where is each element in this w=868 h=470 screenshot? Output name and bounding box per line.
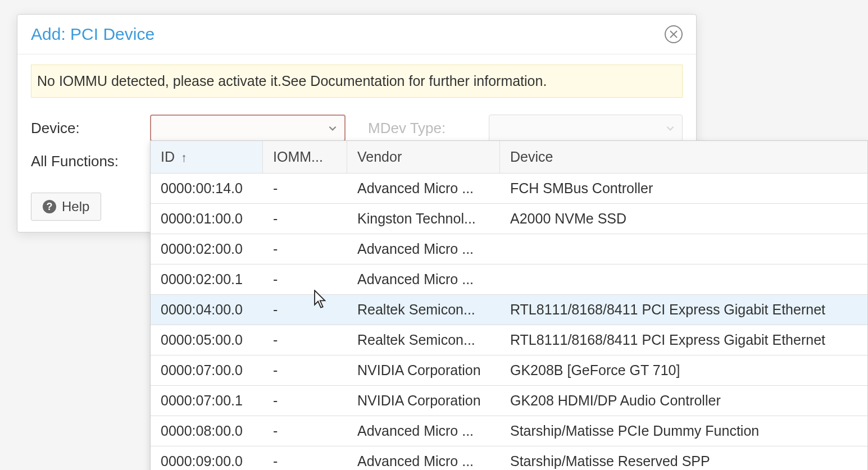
- cell-id: 0000:00:14.0: [151, 174, 263, 203]
- cell-device: Starship/Matisse Reserved SPP: [500, 446, 867, 470]
- table-row[interactable]: 0000:00:14.0-Advanced Micro ...FCH SMBus…: [151, 174, 867, 204]
- dialog-header: Add: PCI Device: [17, 15, 696, 54]
- cell-device: [500, 234, 867, 264]
- cell-id: 0000:09:00.0: [151, 446, 263, 470]
- table-row[interactable]: 0000:04:00.0-Realtek Semicon...RTL8111/8…: [151, 295, 867, 325]
- cell-vendor: Advanced Micro ...: [347, 416, 500, 446]
- chevron-down-icon: [328, 123, 338, 133]
- cell-id: 0000:01:00.0: [151, 204, 263, 234]
- all-functions-label: All Functions:: [31, 153, 150, 170]
- cell-iommu: -: [263, 264, 347, 294]
- cell-device: Starship/Matisse PCIe Dummy Function: [500, 416, 867, 446]
- help-icon: ?: [43, 200, 56, 213]
- cell-iommu: -: [263, 174, 347, 203]
- cell-iommu: -: [263, 355, 347, 385]
- cell-id: 0000:07:00.0: [151, 355, 263, 385]
- table-row[interactable]: 0000:09:00.0-Advanced Micro ...Starship/…: [151, 446, 867, 470]
- column-header-id[interactable]: ID ↑: [151, 141, 263, 173]
- cell-device: GK208B [GeForce GT 710]: [500, 355, 867, 385]
- cell-device: FCH SMBus Controller: [500, 174, 867, 203]
- cell-vendor: Advanced Micro ...: [347, 264, 500, 294]
- cell-device: RTL8111/8168/8411 PCI Express Gigabit Et…: [500, 295, 867, 325]
- warning-message: No IOMMU detected, please activate it.Se…: [31, 65, 683, 98]
- close-icon: [669, 30, 678, 39]
- device-label: Device:: [31, 120, 150, 137]
- table-header-row: ID ↑ IOMM... Vendor Device: [151, 141, 867, 174]
- mdev-type-label: MDev Type:: [368, 120, 489, 137]
- device-field-row: Device: MDev Type:: [17, 115, 696, 142]
- cell-iommu: -: [263, 295, 347, 325]
- cell-id: 0000:02:00.0: [151, 234, 263, 264]
- cell-device: GK208 HDMI/DP Audio Controller: [500, 386, 867, 416]
- dialog-title: Add: PCI Device: [31, 25, 154, 44]
- device-combobox[interactable]: [150, 115, 346, 142]
- table-row[interactable]: 0000:02:00.0-Advanced Micro ...: [151, 234, 867, 264]
- cell-vendor: Advanced Micro ...: [347, 234, 500, 264]
- help-button[interactable]: ? Help: [31, 193, 101, 221]
- table-row[interactable]: 0000:02:00.1-Advanced Micro ...: [151, 264, 867, 295]
- cell-id: 0000:07:00.1: [151, 386, 263, 416]
- cell-id: 0000:05:00.0: [151, 325, 263, 355]
- cell-vendor: Realtek Semicon...: [347, 295, 500, 325]
- sort-ascending-icon: ↑: [181, 150, 187, 165]
- cell-iommu: -: [263, 446, 347, 470]
- close-button[interactable]: [665, 25, 683, 43]
- cell-iommu: -: [263, 325, 347, 355]
- cell-vendor: Advanced Micro ...: [347, 174, 500, 203]
- column-header-vendor[interactable]: Vendor: [347, 141, 500, 173]
- table-row[interactable]: 0000:07:00.1-NVIDIA CorporationGK208 HDM…: [151, 386, 867, 416]
- table-row[interactable]: 0000:07:00.0-NVIDIA CorporationGK208B [G…: [151, 355, 867, 386]
- cell-vendor: Realtek Semicon...: [347, 325, 500, 355]
- device-dropdown-table[interactable]: ID ↑ IOMM... Vendor Device 0000:00:14.0-…: [150, 140, 868, 470]
- cell-device: RTL8111/8168/8411 PCI Express Gigabit Et…: [500, 325, 867, 355]
- cell-id: 0000:04:00.0: [151, 295, 263, 325]
- chevron-down-icon: [665, 123, 675, 133]
- table-body: 0000:00:14.0-Advanced Micro ...FCH SMBus…: [151, 174, 867, 470]
- table-row[interactable]: 0000:01:00.0-Kingston Technol...A2000 NV…: [151, 204, 867, 234]
- cell-iommu: -: [263, 416, 347, 446]
- cell-id: 0000:08:00.0: [151, 416, 263, 446]
- cell-iommu: -: [263, 386, 347, 416]
- cell-device: A2000 NVMe SSD: [500, 204, 867, 234]
- column-header-device[interactable]: Device: [500, 141, 867, 173]
- cell-iommu: -: [263, 234, 347, 264]
- cell-vendor: Advanced Micro ...: [347, 446, 500, 470]
- cell-device: [500, 264, 867, 294]
- cell-id: 0000:02:00.1: [151, 264, 263, 294]
- cell-vendor: Kingston Technol...: [347, 204, 500, 234]
- cell-vendor: NVIDIA Corporation: [347, 386, 500, 416]
- cell-iommu: -: [263, 204, 347, 234]
- table-row[interactable]: 0000:08:00.0-Advanced Micro ...Starship/…: [151, 416, 867, 446]
- table-row[interactable]: 0000:05:00.0-Realtek Semicon...RTL8111/8…: [151, 325, 867, 355]
- cell-vendor: NVIDIA Corporation: [347, 355, 500, 385]
- mdev-type-combobox: [489, 115, 683, 142]
- column-header-iommu[interactable]: IOMM...: [263, 141, 347, 173]
- help-button-label: Help: [62, 199, 89, 215]
